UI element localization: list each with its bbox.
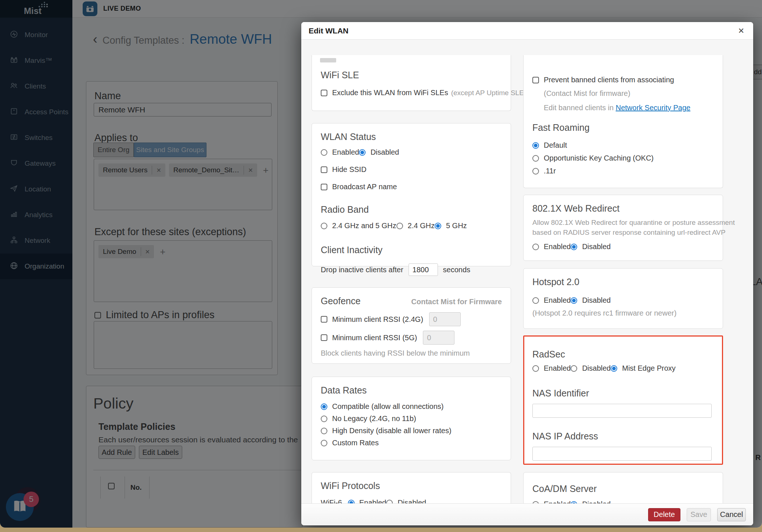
radio-label: Disabled: [370, 148, 399, 157]
broadcast-ap-name-checkbox[interactable]: [321, 184, 327, 190]
hotspot-enabled-radio[interactable]: [532, 297, 539, 304]
save-button[interactable]: Save: [687, 508, 711, 521]
checkbox-label: Broadcast AP name: [332, 183, 397, 191]
nas-ip-input[interactable]: [532, 447, 712, 461]
hotspot-disabled-radio[interactable]: [571, 297, 577, 304]
rates-no-legacy-radio[interactable]: [321, 416, 327, 422]
radio-label: Disabled: [582, 364, 611, 373]
wifi-protocols-heading: WiFi Protocols: [321, 481, 502, 491]
radsec-heading: RadSec: [532, 349, 713, 360]
drop-clients-label: Drop inactive clients after: [321, 266, 403, 274]
wifi6-disabled-radio[interactable]: [386, 500, 393, 504]
radsec-mist-edge-proxy-radio[interactable]: [611, 365, 617, 372]
radsec-card: RadSec Enabled Disabled Mist Edge Proxy …: [523, 335, 723, 465]
wifi6-label: WiFi-6: [321, 499, 342, 503]
scroll-artifact: [320, 58, 336, 62]
radsec-disabled-radio[interactable]: [571, 365, 577, 372]
rates-custom-radio[interactable]: [321, 440, 327, 446]
checkbox-label: Prevent banned clients from associating: [544, 76, 674, 84]
data-rates-heading: Data Rates: [321, 385, 502, 396]
roaming-default-radio[interactable]: [532, 142, 539, 149]
checkbox-label: Hide SSID: [332, 165, 366, 174]
coa-dm-card: CoA/DM Server Enabled Disabled: [523, 472, 723, 503]
hotspot-card: Hotspot 2.0 Enabled Disabled (Hotspot 2.…: [523, 268, 723, 329]
coa-dm-heading: CoA/DM Server: [532, 484, 714, 494]
radio-label: 2.4 GHz and 5 GHz: [332, 222, 396, 230]
geofence-firmware-note: Contact Mist for Firmware: [411, 298, 502, 306]
radsec-enabled-radio[interactable]: [532, 365, 539, 372]
fast-roaming-heading: Fast Roaming: [532, 122, 714, 133]
band-24and5-radio[interactable]: [321, 223, 327, 229]
security-card: Prevent banned clients from associating …: [523, 55, 723, 188]
band-24-radio[interactable]: [396, 223, 403, 229]
wlan-status-disabled-radio[interactable]: [359, 149, 366, 156]
wifi-sle-heading: WiFi SLE: [321, 70, 502, 80]
radio-label: 5 GHz: [446, 222, 467, 230]
radio-label: Disabled: [582, 242, 611, 251]
banned-firmware-note: (Contact Mist for firmware): [544, 89, 714, 98]
wlan-status-heading: WLAN Status: [321, 132, 502, 142]
roaming-11r-radio[interactable]: [532, 168, 539, 175]
wlan-status-enabled-radio[interactable]: [321, 149, 327, 156]
rssi-5-input[interactable]: [423, 331, 454, 345]
geofence-footnote: Block clients having RSSI below the mini…: [321, 349, 502, 357]
band-5-radio[interactable]: [435, 223, 441, 229]
rates-high-density-radio[interactable]: [321, 428, 327, 434]
radio-label: Enabled: [544, 500, 571, 503]
radio-label: Compatible (allow all connections): [332, 402, 443, 411]
radio-label: Enabled: [544, 364, 571, 373]
browser-window: Mist Monitor Marvis™ Clients Access Poin…: [0, 0, 762, 528]
exclude-sle-label: Exclude this WLAN from WiFi SLEs: [332, 89, 448, 97]
exclude-sle-checkbox[interactable]: [321, 90, 327, 96]
exclude-sle-note: (except AP Uptime SLE): [451, 89, 526, 97]
prevent-banned-checkbox[interactable]: [532, 77, 539, 83]
radio-label: Disabled: [582, 296, 611, 305]
modal-title: Edit WLAN: [309, 26, 348, 35]
geofence-heading: Geofence: [321, 296, 360, 306]
rssi-24-checkbox[interactable]: [321, 316, 327, 323]
delete-button[interactable]: Delete: [648, 508, 680, 521]
rssi-24-input[interactable]: [429, 312, 461, 326]
hotspot-note: (Hotspot 2.0 requires rc1 firmware or ne…: [532, 309, 714, 317]
banned-link-prefix: Edit banned clients in: [544, 104, 614, 112]
modal-header: Edit WLAN ✕: [301, 22, 753, 40]
radio-label: Disabled: [582, 500, 611, 503]
radio-band-heading: Radio Band: [321, 204, 502, 215]
modal-footer: Delete Save Cancel: [301, 503, 753, 525]
seconds-label: seconds: [443, 266, 471, 274]
rates-compatible-radio[interactable]: [321, 403, 327, 410]
geofence-card: Geofence Contact Mist for Firmware Minim…: [312, 287, 511, 364]
data-rates-card: Data Rates Compatible (allow all connect…: [312, 377, 511, 460]
nas-identifier-label: NAS Identifier: [532, 388, 713, 399]
radio-label: Custom Rates: [332, 439, 379, 447]
nas-identifier-input[interactable]: [532, 404, 712, 418]
radio-label: Enabled: [544, 296, 571, 305]
nas-ip-label: NAS IP Address: [532, 431, 713, 442]
radio-label: Opportunistic Key Caching (OKC): [544, 154, 654, 162]
radio-label: .11r: [544, 167, 556, 175]
web-redirect-desc: Allow 802.1X Web Redirect for quarantine…: [532, 218, 714, 237]
network-security-link[interactable]: Network Security Page: [616, 104, 690, 112]
wifi-sle-card: WiFi SLE Exclude this WLAN from WiFi SLE…: [312, 55, 511, 111]
web-redirect-heading: 802.1X Web Redirect: [532, 203, 714, 214]
roaming-okc-radio[interactable]: [532, 155, 539, 162]
wlan-status-card: WLAN Status Enabled Disabled Hide SSID B…: [312, 123, 511, 266]
redirect-disabled-radio[interactable]: [571, 244, 577, 250]
radio-label: Enabled: [332, 148, 359, 157]
inactivity-seconds-input[interactable]: [409, 263, 438, 276]
checkbox-label: Minimum client RSSI (2.4G): [332, 315, 423, 324]
cancel-button[interactable]: Cancel: [717, 508, 746, 521]
radio-label: Enabled: [359, 499, 386, 503]
client-inactivity-heading: Client Inactivity: [321, 245, 502, 255]
radio-label: Default: [544, 141, 567, 150]
close-icon[interactable]: ✕: [738, 26, 744, 35]
radio-label: No Legacy (2.4G, no 11b): [332, 414, 416, 423]
rssi-5-checkbox[interactable]: [321, 334, 327, 341]
radio-label: Enabled: [544, 242, 571, 251]
web-redirect-card: 802.1X Web Redirect Allow 802.1X Web Red…: [523, 195, 723, 261]
hide-ssid-checkbox[interactable]: [321, 166, 327, 173]
radio-label: Disabled: [398, 499, 426, 503]
hotspot-heading: Hotspot 2.0: [532, 277, 714, 287]
wifi6-enabled-radio[interactable]: [348, 500, 355, 504]
redirect-enabled-radio[interactable]: [532, 244, 539, 250]
